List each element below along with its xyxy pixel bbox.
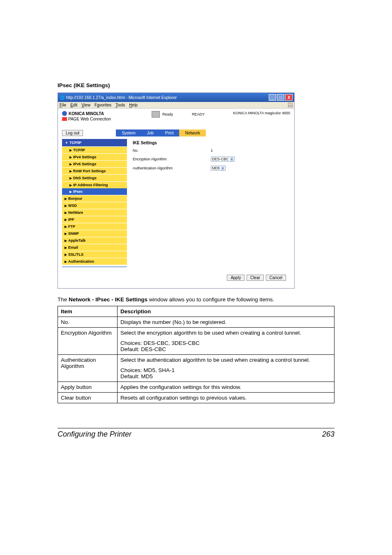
menu-tools[interactable]: Tools: [115, 103, 125, 107]
nav-label: IPv4 Settings: [73, 155, 97, 159]
throbber-icon: 🪟: [288, 103, 293, 107]
subbrand-label: PAGE: [68, 117, 79, 121]
status-ready-label: Ready: [162, 112, 173, 116]
menu-view[interactable]: View: [81, 103, 90, 107]
sidebar-item-appletalk[interactable]: ▶AppleTalk: [62, 237, 127, 244]
dropdown-icon: ▾: [221, 166, 224, 170]
th-item: Item: [58, 306, 118, 317]
sidebar: ▼TCP/IP ▶TCP/IP ▶IPv4 Settings ▶IPv6 Set…: [62, 139, 127, 267]
nav-label: TCP/IP: [73, 148, 85, 152]
nav-label: Authentication: [68, 259, 94, 264]
sidebar-item-ssltls[interactable]: ▶SSL/TLS: [62, 251, 127, 258]
cell-desc: Select the encryption algorithm to be us…: [118, 328, 334, 355]
sidebar-item-ftp[interactable]: ▶FTP: [62, 223, 127, 230]
chevron-down-icon: ▼: [65, 141, 68, 145]
triangle-icon: ▶: [69, 162, 72, 166]
label-no: No.: [133, 148, 211, 153]
nav-label: AppleTalk: [68, 238, 85, 243]
sidebar-top-label: TCP/IP: [69, 141, 81, 145]
cell-desc: Resets all configuration settings to pre…: [118, 393, 334, 403]
sidebar-item-ipv4[interactable]: ▶IPv4 Settings: [62, 153, 127, 160]
minimize-button[interactable]: _: [269, 94, 276, 101]
th-desc: Description: [118, 306, 334, 317]
nav-label: Email: [68, 245, 78, 250]
table-row: Clear buttonResets all configuration set…: [58, 393, 334, 403]
sidebar-item-auth[interactable]: ▶Authentication: [62, 258, 127, 265]
sidebar-group-tcpip[interactable]: ▼TCP/IP: [62, 139, 127, 146]
clear-button[interactable]: Clear: [247, 275, 264, 281]
status-text: READY: [192, 112, 205, 116]
dropdown-icon: ▾: [230, 157, 233, 161]
menu-help[interactable]: Help: [129, 103, 138, 107]
label-auth: Authentication Algorithm: [133, 166, 211, 170]
triangle-icon: ▶: [65, 197, 67, 201]
triangle-icon: ▶: [69, 183, 72, 187]
tab-network[interactable]: Network: [179, 130, 206, 136]
table-row: Encryption AlgorithmSelect the encryptio…: [58, 328, 334, 355]
menu-favorites[interactable]: Favorites: [95, 103, 111, 107]
printer-icon: [152, 111, 160, 118]
panel-heading: IKE Settings: [133, 141, 290, 145]
triangle-icon: ▶: [65, 246, 67, 250]
select-value: DES-CBC: [212, 157, 229, 161]
sidebar-item-ipp[interactable]: ▶IPP: [62, 216, 127, 223]
table-row: Apply buttonApplies the configuration se…: [58, 382, 334, 393]
row-encrypt: Encryption Algorithm DES-CBC ▾: [133, 157, 290, 162]
triangle-icon: ▶: [69, 190, 72, 194]
row-auth: Authentication Algorithm MD5 ▾: [133, 166, 290, 171]
maximize-button[interactable]: □: [277, 94, 284, 101]
triangle-icon: ▶: [69, 148, 72, 152]
tab-job[interactable]: Job: [141, 130, 159, 136]
ie-window: 🌐 http://192.168.1.27/a_index.html - Mic…: [58, 92, 295, 289]
table-row: Authentication AlgorithmSelect the authe…: [58, 355, 334, 382]
intro-text: The Network - IPsec - IKE Settings windo…: [58, 296, 334, 303]
section-title: IPsec (IKE Settings): [58, 82, 334, 88]
select-value: MD5: [212, 166, 220, 170]
cell-item: No.: [58, 317, 118, 328]
logout-button[interactable]: Log out: [62, 130, 83, 136]
cell-item: Encryption Algorithm: [58, 328, 118, 355]
cancel-button[interactable]: Cancel: [266, 275, 286, 281]
menu-file[interactable]: File: [60, 103, 66, 107]
triangle-icon: ▶: [65, 211, 67, 215]
sidebar-item-ipv6[interactable]: ▶IPv6 Settings: [62, 160, 127, 167]
cell-desc: Displays the number (No.) to be register…: [118, 317, 334, 328]
triangle-icon: ▶: [69, 155, 72, 159]
page-footer: Configuring the Printer 263: [58, 428, 334, 439]
sidebar-item-snmp[interactable]: ▶SNMP: [62, 230, 127, 237]
km-logo-icon: [62, 111, 67, 116]
sidebar-item-rawport[interactable]: ▶RAW Port Settings: [62, 167, 127, 174]
triangle-icon: ▶: [69, 169, 72, 173]
tab-system[interactable]: System: [116, 130, 141, 136]
nav-label: Bonjour: [68, 197, 83, 201]
sidebar-item-ipfilter[interactable]: ▶IP Address Filtering: [62, 181, 127, 188]
window-title: http://192.168.1.27/a_index.html - Micro…: [66, 95, 177, 100]
sidebar-item-bonjour[interactable]: ▶Bonjour: [62, 195, 127, 202]
model-label: KONICA MINOLTA magicolor 4650: [233, 111, 290, 115]
close-button[interactable]: X: [285, 94, 293, 101]
nav-label: IPv6 Settings: [73, 162, 97, 166]
cell-item: Authentication Algorithm: [58, 355, 118, 382]
sidebar-item-tcpip[interactable]: ▶TCP/IP: [62, 146, 127, 153]
sidebar-item-ipsec[interactable]: ▶IPsec: [62, 188, 127, 195]
apply-button[interactable]: Apply: [227, 275, 244, 281]
sidebar-item-netware[interactable]: ▶NetWare: [62, 209, 127, 216]
sidebar-item-dns[interactable]: ▶DNS Settings: [62, 174, 127, 181]
tab-print[interactable]: Print: [159, 130, 180, 136]
cell-desc: Applies the configuration settings for t…: [118, 382, 334, 393]
ie-icon: 🌐: [60, 95, 65, 100]
table-row: No.Displays the number (No.) to be regis…: [58, 317, 334, 328]
triangle-icon: ▶: [65, 239, 67, 243]
menu-edit[interactable]: Edit: [70, 103, 77, 107]
triangle-icon: ▶: [69, 176, 72, 180]
triangle-icon: ▶: [65, 232, 67, 236]
nav-label: DNS Settings: [73, 176, 97, 180]
nav-label: IPP: [68, 217, 74, 222]
sidebar-item-wsd[interactable]: ▶WSD: [62, 202, 127, 209]
select-encrypt[interactable]: DES-CBC ▾: [211, 157, 235, 162]
value-no: 1: [211, 148, 213, 153]
select-auth[interactable]: MD5 ▾: [211, 166, 226, 171]
description-table: Item Description No.Displays the number …: [58, 306, 334, 403]
sidebar-item-email[interactable]: ▶Email: [62, 244, 127, 251]
titlebar: 🌐 http://192.168.1.27/a_index.html - Mic…: [58, 93, 294, 102]
